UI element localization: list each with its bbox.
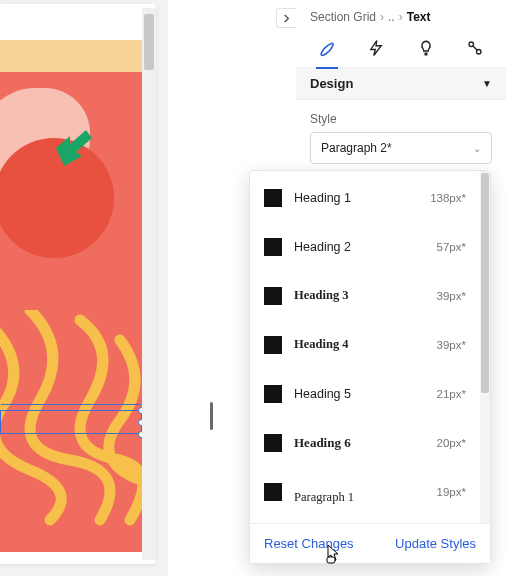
- settings-icon: [466, 39, 484, 61]
- breadcrumb-root[interactable]: Section Grid: [310, 10, 376, 24]
- section-title: Design: [310, 76, 353, 91]
- caret-down-icon: ▼: [482, 78, 492, 89]
- design-section-header[interactable]: Design ▼: [296, 68, 506, 100]
- style-option-size: 138px*: [430, 192, 466, 204]
- chevron-right-icon: ›: [399, 10, 403, 24]
- style-swatch: [264, 238, 282, 256]
- text-selection-box[interactable]: [0, 410, 142, 434]
- canvas-area: [0, 0, 168, 576]
- popover-scrollbar[interactable]: [480, 171, 490, 523]
- style-select[interactable]: Paragraph 2* ⌄: [310, 132, 492, 164]
- style-option-size: 19px*: [437, 486, 466, 498]
- lightning-icon: [367, 39, 385, 61]
- popover-footer: Reset Changes Update Styles: [250, 523, 490, 563]
- style-option-heading-1[interactable]: Heading 1 138px*: [250, 173, 480, 222]
- style-option-heading-2[interactable]: Heading 2 57px*: [250, 222, 480, 271]
- style-option-size: 21px*: [437, 388, 466, 400]
- animate-tab[interactable]: [359, 32, 393, 68]
- style-option-heading-4[interactable]: Heading 4 39px*: [250, 320, 480, 369]
- canvas-panel[interactable]: [0, 4, 156, 564]
- style-list-scroll[interactable]: Heading 1 138px* Heading 2 57px* Heading…: [250, 171, 490, 523]
- inspector-tabs: [296, 32, 506, 68]
- style-option-label: Heading 3: [294, 288, 425, 303]
- advanced-tab[interactable]: [458, 32, 492, 68]
- breadcrumb-ellipsis[interactable]: ..: [388, 10, 395, 24]
- style-swatch: [264, 385, 282, 403]
- style-option-size: 20px*: [437, 437, 466, 449]
- style-option-heading-5[interactable]: Heading 5 21px*: [250, 369, 480, 418]
- design-tab[interactable]: [310, 32, 344, 68]
- page-artboard: [0, 40, 144, 552]
- style-option-heading-3[interactable]: Heading 3 39px*: [250, 271, 480, 320]
- style-list: Heading 1 138px* Heading 2 57px* Heading…: [250, 171, 480, 518]
- chevron-down-icon: ⌄: [473, 143, 481, 154]
- style-swatch: [264, 434, 282, 452]
- style-select-value: Paragraph 2*: [321, 141, 392, 155]
- canvas-scrollbar[interactable]: [142, 8, 156, 560]
- canvas-scrollbar-thumb[interactable]: [144, 14, 154, 70]
- lightbulb-icon: [417, 39, 435, 61]
- style-dropdown-popover: Heading 1 138px* Heading 2 57px* Heading…: [249, 170, 491, 564]
- style-swatch: [264, 336, 282, 354]
- style-option-label: Heading 5: [294, 387, 425, 401]
- breadcrumb-leaf[interactable]: Text: [407, 10, 431, 24]
- chevron-right-icon: ›: [380, 10, 384, 24]
- collapse-inspector-button[interactable]: [276, 8, 296, 28]
- style-option-heading-6[interactable]: Heading 6 20px*: [250, 418, 480, 467]
- style-option-size: 39px*: [437, 290, 466, 302]
- style-option-label: Paragraph 1: [294, 490, 425, 505]
- style-swatch: [264, 287, 282, 305]
- update-styles-button[interactable]: Update Styles: [395, 536, 476, 551]
- style-swatch: [264, 189, 282, 207]
- style-option-size: 39px*: [437, 339, 466, 351]
- brush-icon: [318, 39, 336, 61]
- style-field-label: Style: [296, 100, 506, 132]
- style-swatch: [264, 483, 282, 501]
- style-option-size: 57px*: [437, 241, 466, 253]
- style-option-label: Heading 1: [294, 191, 418, 205]
- ideas-tab[interactable]: [409, 32, 443, 68]
- popover-scrollbar-thumb[interactable]: [481, 173, 489, 393]
- art-leaf-icon: [52, 126, 98, 172]
- breadcrumb: Section Grid › .. › Text: [296, 0, 506, 32]
- style-option-paragraph-1[interactable]: Paragraph 1 19px*: [250, 467, 480, 516]
- style-option-label: Heading 6: [294, 435, 425, 451]
- text-caret: [210, 402, 213, 430]
- style-option-label: Heading 2: [294, 240, 425, 254]
- style-option-label: Heading 4: [294, 337, 425, 352]
- reset-changes-button[interactable]: Reset Changes: [264, 536, 354, 551]
